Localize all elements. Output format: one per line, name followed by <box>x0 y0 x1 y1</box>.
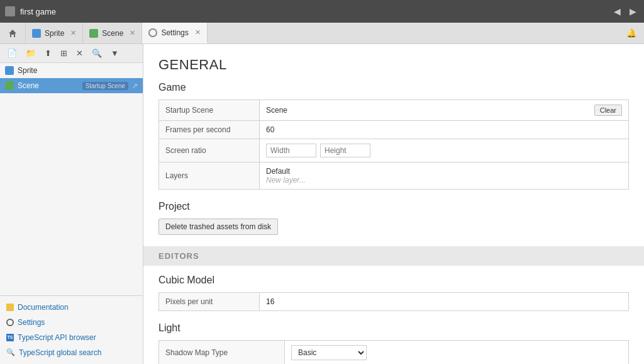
table-row: Shadow Map Type Basic PCF PCFSoft <box>159 341 629 365</box>
shadow-map-type-select[interactable]: Basic PCF PCFSoft <box>291 345 367 360</box>
layers-value-cell: Default New layer... <box>260 162 629 190</box>
typescript-api-icon: TS <box>6 334 14 341</box>
sidebar-item-settings[interactable]: Settings <box>0 315 143 330</box>
upload-button[interactable]: ⬆ <box>42 47 55 60</box>
screen-ratio-height-input[interactable] <box>320 144 370 157</box>
tab-settings-close[interactable]: ✕ <box>195 28 201 37</box>
back-button[interactable]: ◀ <box>611 5 623 18</box>
screen-ratio-inputs <box>266 144 622 157</box>
new-folder-button[interactable]: 📁 <box>23 47 39 60</box>
sidebar-footer: Documentation Settings TS TypeScript API… <box>0 295 143 364</box>
pixels-per-unit-label: Pixels per unit <box>159 293 260 311</box>
filter-button[interactable]: ▼ <box>108 47 122 60</box>
app-icon <box>5 6 15 16</box>
page-title: GENERAL <box>158 57 629 73</box>
shadow-map-type-cell: Basic PCF PCFSoft <box>285 341 629 365</box>
sidebar-items: Sprite Scene Startup Scene ↗ <box>0 63 143 295</box>
sidebar-item-ts-api[interactable]: TS TypeScript API browser <box>0 330 143 345</box>
settings-tab-icon <box>148 28 157 37</box>
screen-ratio-label: Screen ratio <box>159 139 260 162</box>
sidebar-item-ts-search[interactable]: 🔍 TypeScript global search <box>0 345 143 360</box>
sidebar-item-sprite[interactable]: Sprite <box>0 63 143 78</box>
layers-label: Layers <box>159 162 260 190</box>
sidebar-item-sprite-label: Sprite <box>18 66 138 75</box>
documentation-icon <box>6 304 14 311</box>
startup-scene-label: Startup Scene <box>159 100 260 121</box>
typescript-search-icon: 🔍 <box>6 348 15 357</box>
forward-button[interactable]: ▶ <box>627 5 639 18</box>
table-row: Screen ratio <box>159 139 629 162</box>
fps-label: Frames per second <box>159 121 260 139</box>
tab-sprite[interactable]: Sprite ✕ <box>26 23 83 43</box>
table-row: Layers Default New layer... <box>159 162 629 190</box>
scene-icon <box>5 81 14 90</box>
light-section-title: Light <box>158 322 629 334</box>
sidebar-toolbar: 📄 📁 ⬆ ⊞ ✕ 🔍 ▼ <box>0 44 143 63</box>
light-settings-table: Shadow Map Type Basic PCF PCFSoft <box>158 340 629 364</box>
title-bar: first game ◀ ▶ <box>0 0 644 23</box>
cubic-model-table: Pixels per unit 16 <box>158 292 629 311</box>
tab-home[interactable] <box>0 23 26 43</box>
new-layer-option[interactable]: New layer... <box>266 176 622 185</box>
tab-sprite-close[interactable]: ✕ <box>70 29 76 37</box>
game-section-title: Game <box>158 82 629 93</box>
tab-scene-label: Scene <box>102 29 123 38</box>
screen-ratio-inputs-cell <box>260 139 629 162</box>
scene-startup-badge: Startup Scene <box>82 82 128 90</box>
cubic-model-section-title: Cubic Model <box>158 275 629 286</box>
notification-bell[interactable]: 🔔 <box>619 23 644 43</box>
sidebar-item-scene[interactable]: Scene Startup Scene ↗ <box>0 78 143 93</box>
pixels-per-unit-value: 16 <box>260 293 629 311</box>
new-file-button[interactable]: 📄 <box>4 47 20 60</box>
game-settings-table: Startup Scene Scene Clear Frames per sec… <box>158 100 629 190</box>
delete-button[interactable]: ✕ <box>73 47 86 60</box>
project-section-title: Project <box>158 201 629 212</box>
editors-section-label: EDITORS <box>158 251 199 261</box>
startup-scene-value: Scene <box>266 106 287 115</box>
sidebar-item-ts-api-label: TypeScript API browser <box>18 333 96 342</box>
tab-settings-label: Settings <box>161 28 188 37</box>
tab-sprite-label: Sprite <box>45 29 64 38</box>
tab-scene[interactable]: Scene ✕ <box>83 23 142 43</box>
editors-divider: EDITORS <box>143 246 644 266</box>
screen-ratio-width-input[interactable] <box>266 144 316 157</box>
fps-value: 60 <box>260 121 629 139</box>
startup-scene-row: Scene Clear <box>266 105 622 116</box>
table-row: Pixels per unit 16 <box>159 293 629 311</box>
sidebar-item-settings-label: Settings <box>18 318 45 327</box>
layer-default: Default <box>266 167 622 176</box>
home-icon <box>8 28 18 38</box>
sprite-tab-icon <box>32 29 41 38</box>
tab-spacer <box>208 23 619 43</box>
scene-external-icon[interactable]: ↗ <box>132 82 138 90</box>
startup-scene-value-cell: Scene Clear <box>260 100 629 121</box>
sidebar: 📄 📁 ⬆ ⊞ ✕ 🔍 ▼ Sprite Scene Startup Scene… <box>0 44 143 364</box>
tab-scene-close[interactable]: ✕ <box>130 29 135 37</box>
table-row: Startup Scene Scene Clear <box>159 100 629 121</box>
shadow-map-type-label: Shadow Map Type <box>159 341 285 365</box>
settings-icon <box>6 319 14 326</box>
sidebar-item-documentation-label: Documentation <box>18 303 69 312</box>
clear-button[interactable]: Clear <box>594 105 622 116</box>
tab-bar: Sprite ✕ Scene ✕ Settings ✕ 🔔 <box>0 23 644 44</box>
duplicate-button[interactable]: ⊞ <box>57 47 70 60</box>
main-layout: 📄 📁 ⬆ ⊞ ✕ 🔍 ▼ Sprite Scene Startup Scene… <box>0 44 644 364</box>
search-button[interactable]: 🔍 <box>89 47 105 60</box>
sidebar-item-scene-label: Scene <box>18 81 79 90</box>
sidebar-item-ts-search-label: TypeScript global search <box>19 348 101 357</box>
tab-settings[interactable]: Settings ✕ <box>142 23 207 43</box>
app-title: first game <box>20 7 606 16</box>
sidebar-item-documentation[interactable]: Documentation <box>0 300 143 315</box>
title-bar-controls: ◀ ▶ <box>611 5 639 18</box>
delete-trashed-assets-button[interactable]: Delete trashed assets from disk <box>158 219 278 235</box>
scene-tab-icon <box>89 29 98 38</box>
table-row: Frames per second 60 <box>159 121 629 139</box>
content-area: GENERAL Game Startup Scene Scene Clear F… <box>143 44 644 364</box>
sprite-icon <box>5 66 14 75</box>
